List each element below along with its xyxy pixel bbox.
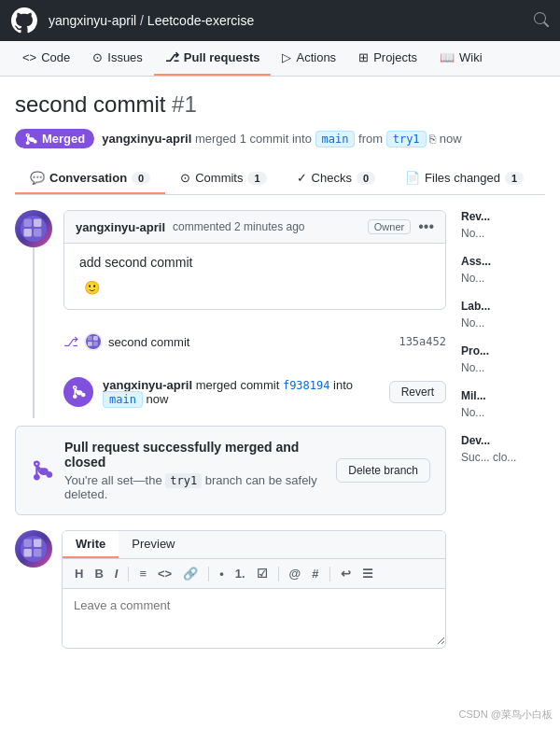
commit-avatar-small <box>84 332 103 351</box>
copy-icon[interactable]: ⎘ <box>429 133 436 146</box>
comment-timeline-item: yangxinyu-april commented 2 minutes ago … <box>15 210 446 418</box>
revert-button[interactable]: Revert <box>389 381 446 403</box>
comment-body: add second commit 🙂 <box>64 244 445 309</box>
pull-request-icon: ⎇ <box>165 50 179 64</box>
sidebar-assignees: Ass... No... <box>461 255 545 285</box>
top-nav: yangxinyu-april / Leetcode-exercise <box>0 0 560 41</box>
timeline-line-1 <box>33 247 35 418</box>
task-list-button[interactable]: ☑ <box>254 565 271 582</box>
svg-rect-12 <box>34 540 41 547</box>
commit-row: ⎇ second commit 135a452 <box>63 325 446 358</box>
merge-author: yangxinyu-april <box>103 378 192 392</box>
heading-button[interactable]: H <box>72 565 86 582</box>
ordered-list-button[interactable]: 1. <box>232 565 248 582</box>
toolbar-sep-1 <box>128 567 129 582</box>
svg-rect-4 <box>34 229 41 236</box>
merge-success-icon <box>31 459 53 482</box>
toolbar-sep-2 <box>208 567 209 582</box>
conversation-icon: 💬 <box>30 171 45 185</box>
svg-rect-14 <box>34 549 41 556</box>
write-tab[interactable]: Write <box>63 531 119 558</box>
svg-rect-1 <box>24 219 32 227</box>
editor-tabs: Write Preview <box>63 531 445 559</box>
comment-header-left: yangxinyu-april commented 2 minutes ago <box>76 220 305 234</box>
reference-button[interactable]: # <box>309 565 321 582</box>
merge-target-branch: main <box>103 391 143 408</box>
svg-rect-8 <box>88 342 92 346</box>
comment-header-right: Owner ••• <box>368 218 434 235</box>
merge-success-banner: Pull request successfully merged and clo… <box>15 426 446 515</box>
nav-actions[interactable]: ▷ Actions <box>271 41 347 76</box>
pr-sidebar: Rev... No... Ass... No... Lab... No... P… <box>461 210 545 649</box>
toolbar-sep-4 <box>329 567 330 582</box>
code-button[interactable]: <> <box>155 565 175 582</box>
commit-sha[interactable]: 135a452 <box>399 335 446 348</box>
commits-icon: ⊙ <box>180 171 190 185</box>
sidebar-reviewers: Rev... No... <box>461 210 545 240</box>
files-icon: 📄 <box>405 171 420 185</box>
saved-reply-button[interactable]: ☰ <box>359 565 376 582</box>
toolbar-sep-3 <box>278 567 279 582</box>
italic-button[interactable]: I <box>112 565 121 582</box>
nav-code[interactable]: <> Code <box>11 41 81 76</box>
commenter-avatar <box>15 210 52 247</box>
merge-banner-title: Pull request successfully merged and clo… <box>64 440 325 470</box>
tab-conversation[interactable]: 💬 Conversation 0 <box>15 163 165 194</box>
merge-icon <box>24 133 37 146</box>
comment-editor-box: Write Preview H B I ≡ <> 🔗 • 1. <box>62 530 446 649</box>
projects-icon: ⊞ <box>358 50 369 64</box>
github-logo <box>11 7 37 34</box>
repo-link[interactable]: Leetcode-exercise <box>147 13 254 28</box>
tab-commits[interactable]: ⊙ Commits 1 <box>165 163 281 194</box>
editor-toolbar: H B I ≡ <> 🔗 • 1. ☑ @ # <box>63 559 445 589</box>
pr-main-content: yangxinyu-april commented 2 minutes ago … <box>15 210 446 649</box>
timeline-left <box>15 210 52 418</box>
delete-branch-button[interactable]: Delete branch <box>336 458 430 483</box>
emoji-reaction-button[interactable]: 🙂 <box>79 277 105 298</box>
nav-pull-requests[interactable]: ⎇ Pull requests <box>154 41 272 76</box>
pr-tabs: 💬 Conversation 0 ⊙ Commits 1 ✓ Checks 0 … <box>15 163 545 195</box>
merge-banner-subtitle: You're all set—the try1 branch can be sa… <box>64 473 325 501</box>
mention-button[interactable]: @ <box>287 565 304 582</box>
merged-badge: Merged <box>15 129 94 148</box>
merge-commit-ref[interactable]: f938194 <box>283 379 330 392</box>
small-avatar <box>86 334 101 349</box>
comment-time: commented 2 minutes ago <box>173 220 304 233</box>
tab-files-changed[interactable]: 📄 Files changed 1 <box>390 163 539 194</box>
nav-issues[interactable]: ⊙ Issues <box>81 41 154 76</box>
tab-checks[interactable]: ✓ Checks 0 <box>282 163 390 194</box>
page-content: second commit #1 Merged yangxinyu-april … <box>0 77 560 664</box>
owner-link[interactable]: yangxinyu-april <box>49 13 136 28</box>
nav-projects[interactable]: ⊞ Projects <box>347 41 428 76</box>
bold-button[interactable]: B <box>91 565 105 582</box>
svg-rect-11 <box>24 540 32 547</box>
repo-path: yangxinyu-april / Leetcode-exercise <box>49 13 523 28</box>
list-button[interactable]: ≡ <box>136 565 149 582</box>
link-button[interactable]: 🔗 <box>180 565 201 582</box>
svg-rect-6 <box>88 336 92 341</box>
preview-tab[interactable]: Preview <box>119 531 188 558</box>
nav-pr-label: Pull requests <box>184 50 260 64</box>
svg-rect-3 <box>24 229 32 236</box>
secondary-nav: <> Code ⊙ Issues ⎇ Pull requests ▷ Actio… <box>0 41 560 77</box>
unordered-list-button[interactable]: • <box>217 565 227 582</box>
nav-wiki[interactable]: 📖 Wiki <box>428 41 494 76</box>
reply-template-button[interactable]: ↩ <box>338 565 354 582</box>
nav-wiki-label: Wiki <box>459 50 483 64</box>
avatar-svg <box>21 216 47 242</box>
target-branch: main <box>315 131 356 147</box>
merge-banner-text: Pull request successfully merged and clo… <box>64 440 325 501</box>
comment-textarea[interactable] <box>63 589 445 645</box>
code-icon: <> <box>22 50 36 64</box>
merge-event: yangxinyu-april merged commit f938194 in… <box>63 370 446 418</box>
search-button[interactable] <box>534 12 549 30</box>
merge-event-text: yangxinyu-april merged commit f938194 in… <box>103 378 380 406</box>
wiki-icon: 📖 <box>440 50 455 64</box>
comment-menu-button[interactable]: ••• <box>418 218 434 235</box>
timeline-right: yangxinyu-april commented 2 minutes ago … <box>63 210 446 418</box>
nav-projects-label: Projects <box>373 50 417 64</box>
pr-meta: Merged yangxinyu-april merged 1 commit i… <box>15 129 545 148</box>
merge-svg <box>71 385 86 400</box>
checks-icon: ✓ <box>297 171 307 185</box>
pr-meta-text: yangxinyu-april merged 1 commit into mai… <box>102 132 461 146</box>
